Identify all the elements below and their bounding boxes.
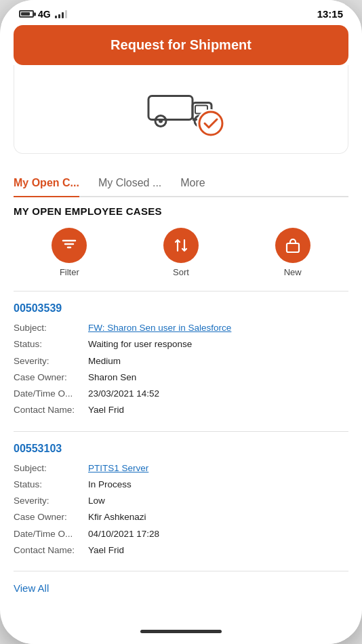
header-title: Request for Shipment bbox=[110, 37, 252, 52]
contact-value-1: Yael Frid bbox=[88, 403, 124, 417]
battery-icon bbox=[19, 10, 34, 18]
status-label-2: Status: bbox=[14, 478, 88, 491]
case-item-2: 00553103 Subject: PTITS1 Server Status: … bbox=[14, 431, 348, 571]
tabs-bar: My Open C... My Closed ... More bbox=[14, 170, 348, 197]
case-field-datetime-2: Date/Time O... 04/10/2021 17:28 bbox=[14, 527, 348, 541]
subject-label-2: Subject: bbox=[14, 462, 88, 475]
contact-value-2: Yael Frid bbox=[88, 544, 124, 557]
contact-label-1: Contact Name: bbox=[14, 403, 88, 417]
case-field-severity-1: Severity: Medium bbox=[14, 355, 348, 368]
case-field-contact-2: Contact Name: Yael Frid bbox=[14, 544, 348, 557]
case-field-status-2: Status: In Process bbox=[14, 478, 348, 491]
severity-value-2: Low bbox=[88, 494, 105, 508]
check-circle-icon bbox=[198, 110, 224, 136]
home-bar bbox=[140, 630, 222, 633]
severity-label-2: Severity: bbox=[14, 494, 88, 508]
case-field-datetime-1: Date/Time O... 23/03/2021 14:52 bbox=[14, 387, 348, 401]
signal-bars bbox=[55, 10, 67, 18]
status-label-1: Status: bbox=[14, 338, 88, 351]
phone-frame: 4G 13:15 Request for Shipment bbox=[0, 0, 362, 644]
contact-label-2: Contact Name: bbox=[14, 544, 88, 557]
new-label: New bbox=[284, 267, 302, 277]
case-field-status-1: Status: Waiting for user response bbox=[14, 338, 348, 351]
main-content: Request for Shipment bbox=[0, 25, 362, 623]
tab-more[interactable]: More bbox=[180, 170, 205, 196]
view-all-link[interactable]: View All bbox=[14, 571, 348, 599]
status-time: 13:15 bbox=[317, 8, 343, 20]
datetime-value-2: 04/10/2021 17:28 bbox=[88, 527, 159, 541]
header-banner: Request for Shipment bbox=[14, 25, 348, 65]
status-bar: 4G 13:15 bbox=[0, 0, 362, 25]
section-title: MY OPEN EMPLOYEE CASES bbox=[14, 205, 348, 217]
new-button[interactable]: New bbox=[275, 228, 310, 277]
briefcase-icon bbox=[285, 237, 301, 254]
svg-rect-0 bbox=[148, 96, 193, 120]
case-field-contact-1: Contact Name: Yael Frid bbox=[14, 403, 348, 417]
svg-point-8 bbox=[199, 112, 222, 135]
severity-value-1: Medium bbox=[88, 355, 121, 368]
sort-label: Sort bbox=[173, 267, 189, 277]
home-indicator bbox=[0, 623, 362, 644]
subject-value-2[interactable]: PTITS1 Server bbox=[88, 462, 148, 475]
owner-value-1: Sharon Sen bbox=[88, 371, 136, 384]
check-badge bbox=[197, 109, 225, 138]
subject-label-1: Subject: bbox=[14, 321, 88, 335]
datetime-value-1: 23/03/2021 14:52 bbox=[88, 387, 159, 401]
case-field-owner-1: Case Owner: Sharon Sen bbox=[14, 371, 348, 384]
filter-button[interactable]: Filter bbox=[52, 228, 87, 277]
case-item-1: 00503539 Subject: FW: Sharon Sen user in… bbox=[14, 291, 348, 431]
sort-icon-circle bbox=[163, 228, 199, 263]
svg-point-4 bbox=[159, 119, 163, 123]
case-number-1[interactable]: 00503539 bbox=[14, 302, 348, 315]
status-value-2: In Process bbox=[88, 478, 132, 491]
signal-label: 4G bbox=[38, 9, 51, 20]
case-field-owner-2: Case Owner: Kfir Ashkenazi bbox=[14, 510, 348, 524]
datetime-label-1: Date/Time O... bbox=[14, 387, 88, 401]
case-field-subject-2: Subject: PTITS1 Server bbox=[14, 462, 348, 475]
icon-card bbox=[14, 65, 348, 154]
new-icon-circle bbox=[275, 228, 310, 263]
owner-label-2: Case Owner: bbox=[14, 510, 88, 524]
owner-value-2: Kfir Ashkenazi bbox=[88, 510, 146, 524]
action-buttons: Filter Sort bbox=[14, 228, 348, 277]
datetime-label-2: Date/Time O... bbox=[14, 527, 88, 541]
sort-icon bbox=[173, 237, 189, 254]
svg-rect-9 bbox=[287, 243, 299, 252]
sort-button[interactable]: Sort bbox=[163, 228, 199, 277]
case-field-severity-2: Severity: Low bbox=[14, 494, 348, 508]
filter-icon bbox=[61, 237, 77, 254]
status-value-1: Waiting for user response bbox=[88, 338, 192, 351]
truck-icon-wrapper bbox=[147, 84, 215, 134]
status-left: 4G bbox=[19, 9, 67, 20]
case-field-subject-1: Subject: FW: Sharon Sen user in Salesfor… bbox=[14, 321, 348, 335]
tab-my-open[interactable]: My Open C... bbox=[14, 170, 79, 197]
case-number-2[interactable]: 00553103 bbox=[14, 443, 348, 455]
filter-label: Filter bbox=[60, 267, 79, 277]
filter-icon-circle bbox=[52, 228, 87, 263]
subject-value-1[interactable]: FW: Sharon Sen user in Salesforce bbox=[88, 321, 231, 335]
owner-label-1: Case Owner: bbox=[14, 371, 88, 384]
severity-label-1: Severity: bbox=[14, 355, 88, 368]
tab-my-closed[interactable]: My Closed ... bbox=[98, 170, 161, 196]
